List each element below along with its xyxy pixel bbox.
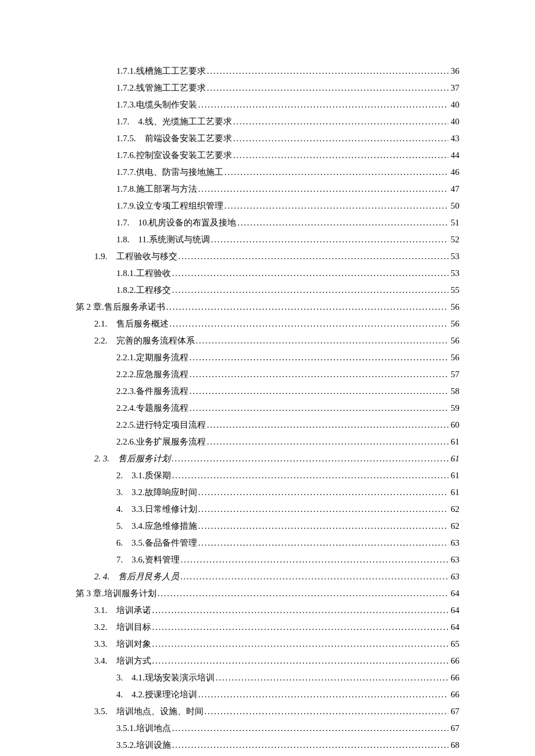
toc-entry-number: 2.2.3. — [116, 384, 136, 398]
toc-entry-label: 工程移交 — [136, 283, 171, 297]
toc-entry-label: 售后月艮务人员 — [118, 569, 179, 583]
toc-entry: 2.2.4.专题服务流程59 — [76, 400, 459, 417]
toc-entry-number: 2. 3. — [94, 452, 118, 465]
toc-leader-dots — [224, 199, 448, 213]
toc-leader-dots — [190, 350, 448, 364]
toc-entry: 1.8.1.工程验收53 — [76, 265, 459, 282]
toc-entry-label: 故障响应时间 — [145, 485, 197, 499]
toc-entry-page: 53 — [450, 249, 459, 263]
toc-leader-dots — [233, 148, 448, 162]
toc-entry-label: 业务扩展服务流程 — [136, 435, 206, 449]
toc-entry: 7. 3.6,资料管理63 — [76, 551, 459, 568]
toc-entry: 3.5. 培训地点、设施、时间67 — [76, 703, 459, 720]
toc-entry-label: 培训设施 — [136, 738, 171, 752]
toc-entry-label: 质保期 — [145, 468, 171, 482]
toc-leader-dots — [181, 553, 448, 567]
toc-entry: 1.8. 11.系统测试与统调52 — [76, 231, 459, 248]
toc-entry-label: 应急服务流程 — [136, 367, 188, 381]
toc-entry-number: 第 3 章. — [76, 586, 104, 600]
toc-entry-page: 56 — [450, 317, 459, 331]
toc-entry-page: 62 — [450, 519, 459, 533]
toc-entry-page: 46 — [450, 165, 459, 179]
toc-leader-dots — [207, 418, 448, 432]
toc-entry-page: 43 — [450, 131, 459, 145]
toc-entry-label: 定期服务流程 — [136, 350, 188, 364]
toc-entry-number: 第 2 章. — [76, 300, 104, 314]
toc-entry-page: 67 — [450, 704, 459, 718]
toc-entry: 2.2.5.进行特定项目流程60 — [76, 417, 459, 433]
toc-entry-page: 55 — [450, 283, 459, 297]
toc-entry-number: 2.2.1. — [116, 350, 136, 364]
toc-entry-label: 工程验收与移交 — [116, 249, 177, 263]
toc-entry-label: 完善的服务流程体系 — [116, 334, 195, 347]
toc-entry-page: 60 — [450, 418, 459, 432]
toc-entry-page: 66 — [450, 671, 459, 685]
toc-entry-label: 培训目标 — [116, 620, 151, 634]
toc-entry-page: 56 — [450, 334, 459, 347]
toc-entry-page: 66 — [450, 654, 459, 668]
toc-entry-number: 2.2.6. — [116, 435, 136, 449]
toc-entry-label: 培训服务计划 — [104, 586, 156, 600]
toc-entry-number: 3.5.1. — [116, 721, 136, 735]
toc-entry-page: 56 — [450, 300, 459, 314]
toc-leader-dots — [216, 671, 448, 685]
toc-entry-page: 56 — [450, 350, 459, 364]
toc-leader-dots — [152, 654, 449, 668]
toc-leader-dots — [198, 502, 448, 516]
toc-entry: 4. 4.2.授课理论培训66 — [76, 686, 459, 703]
toc-entry-label: 培训承诺 — [116, 603, 151, 617]
toc-entry-page: 65 — [450, 637, 459, 651]
toc-entry-label: 控制室设备安装工艺要求 — [136, 148, 232, 162]
toc-entry-label: 前端设备安装工艺要求 — [145, 131, 232, 145]
toc-entry-number: 1.8.1. — [116, 266, 136, 280]
toc-entry-number: 1.7.1. — [116, 64, 136, 78]
toc-entry: 3.5.1.培训地点67 — [76, 720, 459, 737]
toc-entry-label: 培训对象 — [116, 637, 151, 651]
toc-leader-dots — [152, 620, 449, 634]
toc-entry-number: 3.3. — [94, 637, 116, 651]
toc-leader-dots — [172, 721, 448, 735]
toc-entry-page: 44 — [450, 148, 459, 162]
toc-entry-number: 1.7. 4. — [116, 114, 145, 128]
toc-entry-page: 47 — [450, 182, 459, 196]
toc-leader-dots — [207, 81, 448, 95]
toc-entry-number: 1.7. 10. — [116, 216, 149, 230]
toc-entry-number: 2.2. — [94, 334, 116, 347]
toc-entry: 2.2. 完善的服务流程体系56 — [76, 332, 459, 349]
toc-entry-label: 售后服务概述 — [116, 317, 169, 331]
toc-entry-number: 3. 3.2. — [116, 485, 145, 499]
toc-leader-dots — [172, 738, 448, 752]
toc-entry-number: 3.4. — [94, 654, 116, 668]
toc-entry-number: 3.2. — [94, 620, 116, 634]
toc-entry-page: 68 — [450, 738, 459, 752]
toc-entry: 1.7.8.施工部署与方法47 — [76, 181, 459, 198]
toc-entry-page: 40 — [450, 98, 459, 112]
toc-entry: 第 2 章. 售后服务承诺书56 — [76, 299, 459, 316]
toc-entry: 2. 4. 售后月艮务人员63 — [76, 568, 459, 585]
toc-page: 1.7.1.线槽施工工艺要求361.7.2.线管施工工艺要求371.7.3.电缆… — [0, 0, 535, 754]
toc-entry-number: 1.7.2. — [116, 81, 136, 95]
toc-entry-label: 机房设备的布置及接地 — [149, 216, 236, 230]
toc-entry-page: 63 — [450, 553, 459, 567]
toc-entry-number: 2.2.5. — [116, 418, 136, 432]
toc-entry-page: 40 — [450, 114, 459, 128]
toc-entry-label: 资料管理 — [145, 553, 180, 567]
toc-entry-page: 36 — [450, 64, 459, 78]
toc-entry-number: 7. 3.6, — [116, 553, 145, 567]
toc-entry: 2.1. 售后服务概述56 — [76, 316, 459, 332]
toc-entry-label: 售后服务计划 — [118, 452, 170, 465]
toc-entry-page: 62 — [450, 502, 459, 516]
toc-entry: 2.2.2.应急服务流程57 — [76, 366, 459, 383]
toc-leader-dots — [198, 536, 448, 550]
toc-leader-dots — [172, 468, 448, 482]
toc-entry-number: 6. 3.5. — [116, 536, 145, 550]
toc-entry-number: 2.2.4. — [116, 401, 136, 415]
toc-entry-page: 52 — [450, 232, 459, 246]
toc-entry: 6. 3.5.备品备件管理63 — [76, 535, 459, 551]
toc-entry: 2.2.3.备件服务流程58 — [76, 383, 459, 400]
toc-entry-label: 电缆头制作安装 — [136, 98, 197, 112]
toc-entry-page: 67 — [450, 721, 459, 735]
toc-leader-dots — [211, 232, 448, 246]
toc-leader-dots — [233, 131, 448, 145]
toc-leader-dots — [198, 519, 448, 533]
